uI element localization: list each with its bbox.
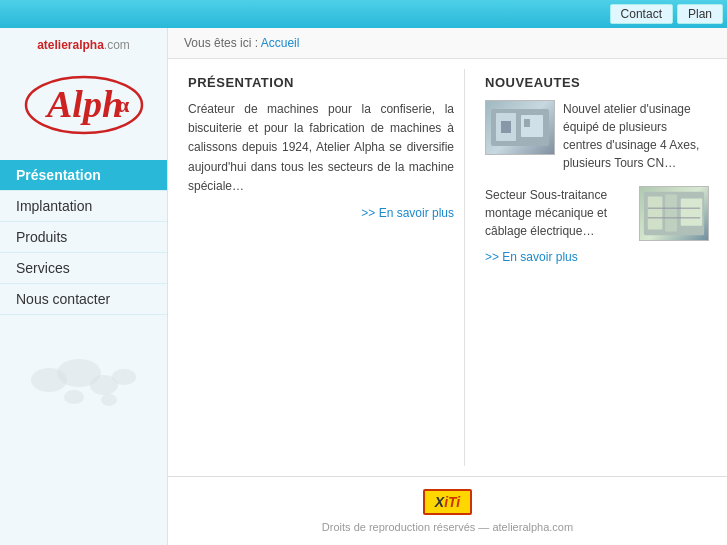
svg-point-7 — [64, 390, 84, 404]
svg-point-6 — [112, 369, 136, 385]
svg-rect-12 — [501, 121, 511, 133]
news-item-2: Secteur Sous-traitance montage mécanique… — [485, 186, 709, 264]
presentation-read-more[interactable]: >> En savoir plus — [188, 206, 454, 220]
sidebar-item-presentation[interactable]: Présentation — [0, 160, 167, 191]
site-name-rest: .com — [104, 38, 130, 52]
contact-button[interactable]: Contact — [610, 4, 673, 24]
svg-rect-17 — [681, 198, 702, 225]
news-text-2-wrapper: Secteur Sous-traitance montage mécanique… — [485, 186, 627, 264]
sidebar-item-produits[interactable]: Produits — [0, 222, 167, 253]
svg-text:Alph: Alph — [45, 83, 123, 125]
content-area: PRÉSENTATION Créateur de machines pour l… — [168, 59, 727, 476]
sidebar-item-nous-contacter[interactable]: Nous contacter — [0, 284, 167, 315]
site-name-bold: atelier — [37, 38, 72, 52]
sidebar: atelieralpha.com Alph α Présentation Imp… — [0, 28, 168, 545]
xiti-iti: iTi — [444, 494, 460, 510]
xiti-x: X — [435, 494, 444, 510]
logo-area: Alph α — [19, 64, 149, 144]
sidebar-item-services[interactable]: Services — [0, 253, 167, 284]
site-name: atelieralpha.com — [37, 38, 130, 52]
nouveautes-column: NOUVEAUTES Nouvel atelier d'usinage équi… — [477, 69, 717, 466]
breadcrumb: Vous êtes ici : Accueil — [168, 28, 727, 59]
presentation-title: PRÉSENTATION — [188, 75, 454, 90]
plan-button[interactable]: Plan — [677, 4, 723, 24]
breadcrumb-link[interactable]: Accueil — [261, 36, 300, 50]
news-image-2 — [639, 186, 709, 241]
nouveautes-title: NOUVEAUTES — [485, 75, 709, 90]
svg-rect-15 — [648, 197, 663, 230]
news-image-1 — [485, 100, 555, 155]
sidebar-item-implantation[interactable]: Implantation — [0, 191, 167, 222]
nouveautes-read-more[interactable]: >> En savoir plus — [485, 250, 627, 264]
svg-point-8 — [101, 394, 117, 406]
news-item-1: Nouvel atelier d'usinage équipé de plusi… — [485, 100, 709, 172]
xiti-badge: XiTi — [423, 489, 472, 515]
svg-rect-13 — [524, 119, 530, 127]
news-text-1: Nouvel atelier d'usinage équipé de plusi… — [563, 100, 709, 172]
presentation-column: PRÉSENTATION Créateur de machines pour l… — [178, 69, 465, 466]
presentation-body: Créateur de machines pour la confiserie,… — [188, 100, 454, 196]
footer: XiTi Droits de reproduction réservés — a… — [168, 476, 727, 545]
world-map-decoration — [19, 345, 149, 425]
logo-svg: Alph α — [19, 67, 149, 142]
svg-text:α: α — [117, 92, 130, 117]
svg-rect-16 — [665, 195, 677, 232]
footer-text: Droits de reproduction réservés — atelie… — [180, 521, 715, 533]
news-text-2: Secteur Sous-traitance montage mécanique… — [485, 186, 627, 240]
nav-menu: Présentation Implantation Produits Servi… — [0, 160, 167, 315]
main-content: Vous êtes ici : Accueil PRÉSENTATION Cré… — [168, 28, 727, 545]
top-bar: Contact Plan — [0, 0, 727, 28]
breadcrumb-prefix: Vous êtes ici : — [184, 36, 261, 50]
site-name-accent: alpha — [73, 38, 104, 52]
